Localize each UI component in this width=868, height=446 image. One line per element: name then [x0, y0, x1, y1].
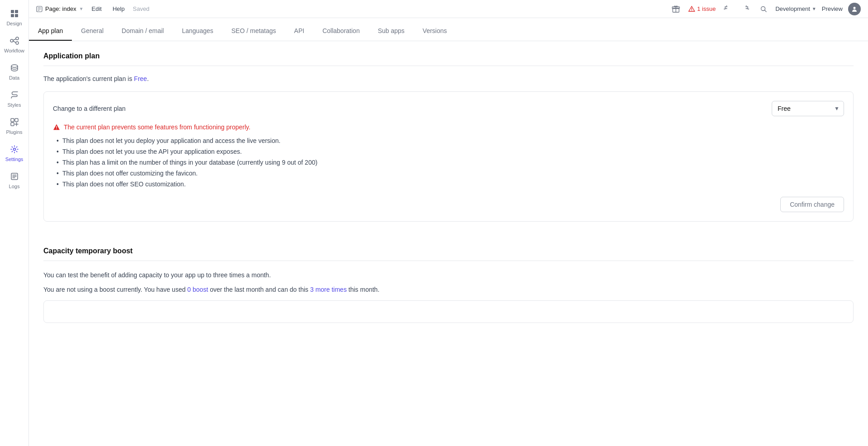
- user-icon: [851, 5, 858, 13]
- sidebar-item-label-design: Design: [6, 21, 22, 26]
- sidebar-item-workflow[interactable]: Workflow: [0, 31, 28, 58]
- plan-select-wrapper: Free Starter Growth Team ▼: [772, 101, 844, 116]
- page-icon: [36, 6, 42, 12]
- warning-item-3: This plan has a limit on the number of t…: [57, 157, 844, 168]
- warning-item-2: This plan does not let you use the API y…: [57, 146, 844, 157]
- boost-count-link[interactable]: 0 boost: [187, 286, 208, 293]
- help-button[interactable]: Help: [110, 4, 127, 14]
- svg-line-27: [765, 10, 767, 12]
- tab-versions[interactable]: Versions: [414, 22, 456, 41]
- sidebar-item-label-plugins: Plugins: [6, 129, 22, 135]
- sidebar-item-label-logs: Logs: [9, 184, 20, 189]
- saved-status: Saved: [133, 5, 150, 12]
- plan-card: Change to a different plan Free Starter …: [43, 91, 854, 222]
- svg-point-13: [13, 148, 15, 151]
- warning-item-1: This plan does not let you deploy your a…: [57, 135, 844, 146]
- svg-rect-0: [11, 10, 14, 13]
- environment-dropdown[interactable]: Development ▼: [775, 5, 816, 12]
- svg-point-9: [11, 65, 18, 67]
- svg-line-8: [13, 41, 16, 43]
- svg-point-28: [854, 7, 856, 9]
- content-area: Application plan The application's curre…: [29, 41, 868, 446]
- svg-rect-1: [15, 10, 18, 13]
- sidebar-item-settings[interactable]: Settings: [0, 139, 28, 166]
- sidebar-item-label-workflow: Workflow: [4, 48, 24, 53]
- tab-seo-metatags[interactable]: SEO / metatags: [222, 22, 285, 41]
- section-title-capacity: Capacity temporary boost: [43, 236, 854, 261]
- svg-rect-2: [11, 14, 14, 17]
- tab-sub-apps[interactable]: Sub apps: [369, 22, 414, 41]
- sidebar-item-design[interactable]: Design: [0, 4, 28, 31]
- warning-item-5: This plan does not offer SEO customizati…: [57, 179, 844, 190]
- tab-api[interactable]: API: [285, 22, 314, 41]
- plan-suffix: .: [147, 75, 149, 82]
- issue-count: 1 issue: [697, 5, 716, 12]
- warning-list: This plan does not let you deploy your a…: [53, 135, 844, 190]
- sidebar-item-logs[interactable]: Logs: [0, 166, 28, 194]
- search-button[interactable]: [757, 4, 770, 14]
- styles-icon: [9, 90, 20, 100]
- sidebar-item-styles[interactable]: Styles: [0, 85, 28, 112]
- design-icon: [9, 8, 20, 19]
- workflow-icon: [9, 35, 20, 46]
- chevron-down-icon: ▼: [79, 6, 84, 11]
- current-plan-link[interactable]: Free: [134, 75, 147, 82]
- svg-rect-11: [15, 119, 18, 122]
- page-indicator: Page: index ▼: [36, 5, 84, 12]
- warning-title: The current plan prevents some features …: [53, 123, 844, 131]
- capacity-mid: over the last month and can do this: [208, 286, 310, 293]
- capacity-prefix: You are not using a boost currently. You…: [43, 286, 187, 293]
- sidebar-item-data[interactable]: Data: [0, 58, 28, 85]
- capacity-suffix: this month.: [347, 286, 379, 293]
- undo-button[interactable]: [721, 4, 734, 14]
- redo-button[interactable]: [739, 4, 752, 14]
- edit-button[interactable]: Edit: [89, 4, 104, 14]
- sidebar-item-label-settings: Settings: [5, 157, 24, 162]
- settings-tabs: App plan General Domain / email Language…: [29, 18, 868, 41]
- preview-button[interactable]: Preview: [822, 5, 843, 12]
- sidebar-item-label-styles: Styles: [8, 102, 21, 108]
- svg-rect-3: [15, 14, 18, 17]
- tab-general[interactable]: General: [72, 22, 113, 41]
- sidebar-item-label-data: Data: [9, 75, 19, 81]
- svg-rect-10: [11, 119, 14, 122]
- issue-button[interactable]: 1 issue: [688, 5, 716, 13]
- environment-label: Development: [775, 5, 810, 12]
- data-icon: [9, 62, 20, 73]
- warning-item-4: This plan does not offer customizing the…: [57, 168, 844, 179]
- svg-point-30: [56, 128, 57, 129]
- plan-card-footer: Confirm change: [53, 197, 844, 212]
- svg-line-7: [13, 39, 16, 40]
- redo-icon: [742, 5, 749, 13]
- current-plan-text: The application's current plan is Free.: [43, 75, 854, 82]
- capacity-text-1: You can test the benefit of adding capac…: [43, 270, 854, 280]
- tab-domain-email[interactable]: Domain / email: [113, 22, 173, 41]
- undo-icon: [724, 5, 731, 13]
- boost-card: [43, 300, 854, 323]
- avatar: [848, 3, 861, 15]
- warning-box: The current plan prevents some features …: [53, 123, 844, 190]
- confirm-change-button[interactable]: Confirm change: [780, 197, 844, 212]
- tab-collaboration[interactable]: Collaboration: [313, 22, 369, 41]
- tab-app-plan[interactable]: App plan: [29, 22, 72, 41]
- plan-select[interactable]: Free Starter Growth Team: [772, 101, 844, 116]
- warning-triangle-icon: [53, 123, 60, 131]
- topbar-right-actions: 1 issue Developm: [669, 3, 861, 15]
- change-plan-label: Change to a different plan: [53, 105, 126, 112]
- settings-icon: [9, 144, 20, 155]
- svg-rect-12: [11, 123, 14, 126]
- warning-text: The current plan prevents some features …: [64, 123, 250, 131]
- svg-point-25: [691, 10, 692, 10]
- plugins-icon: [9, 117, 20, 128]
- plan-prefix: The application's current plan is: [43, 75, 134, 82]
- topbar: Page: index ▼ Edit Help Saved: [29, 0, 868, 18]
- svg-point-5: [16, 37, 19, 40]
- page-label: Page: index: [45, 5, 76, 12]
- plan-card-header: Change to a different plan Free Starter …: [53, 101, 844, 116]
- warning-icon: [688, 5, 695, 13]
- search-icon: [760, 5, 767, 13]
- gift-button[interactable]: [669, 3, 683, 15]
- tab-languages[interactable]: Languages: [173, 22, 222, 41]
- sidebar-item-plugins[interactable]: Plugins: [0, 112, 28, 139]
- remaining-boosts-link[interactable]: 3 more times: [310, 286, 347, 293]
